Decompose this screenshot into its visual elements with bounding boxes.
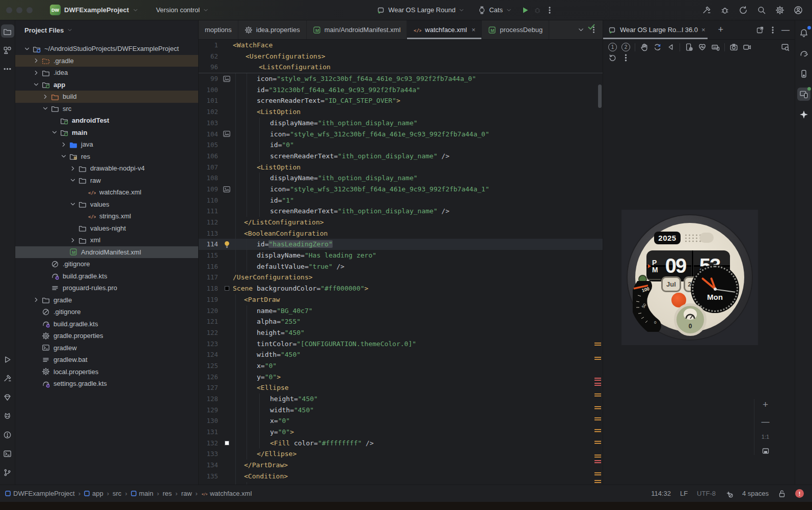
tree-item-gradle[interactable]: gradle [15, 294, 198, 306]
code-line-102[interactable]: 102<ListOption [199, 106, 603, 118]
tree-item--gitignore[interactable]: .gitignore [15, 258, 198, 270]
tree-item-values-night[interactable]: values-night [15, 222, 198, 235]
close-device-tab-icon[interactable]: × [701, 26, 706, 34]
tree-item-build-gradle-kts[interactable]: build.gradle.kts [15, 270, 198, 282]
tree-item-androidmanifest-xml[interactable]: MAndroidManifest.xml [15, 246, 198, 259]
chevron-down-icon[interactable] [59, 153, 68, 160]
breadcrumb-res[interactable]: res [163, 490, 172, 497]
chevron-down-icon[interactable] [22, 45, 32, 52]
code-line-1[interactable]: 1<WatchFace [199, 40, 603, 51]
fit-screen-button[interactable] [762, 447, 770, 455]
add-device-button[interactable]: + [718, 24, 724, 35]
stripe-mark[interactable] [594, 417, 601, 418]
project-view-selector[interactable]: Project Files [15, 20, 198, 40]
inspections-ok-icon[interactable] [587, 23, 596, 31]
editor-tab-processdebug[interactable]: MprocessDebug [482, 20, 549, 39]
code-line-122[interactable]: 122height="450" [199, 327, 603, 338]
chevron-right-icon[interactable] [41, 93, 50, 100]
tool-run-play-icon[interactable] [1, 353, 14, 366]
vcs-widget[interactable]: Version control [156, 6, 209, 14]
tool-resource-shapes-icon[interactable] [1, 43, 14, 56]
tree-item-local-properties[interactable]: local.properties [15, 366, 198, 378]
editor-tab-idea-properties[interactable]: idea.properties [238, 20, 307, 39]
stripe-mark[interactable] [594, 441, 601, 442]
stripe-mark[interactable] [594, 378, 601, 379]
ai-assistant-off-icon[interactable] [725, 490, 733, 498]
device-display-area[interactable]: 2025 PM 09 53 Jul [603, 68, 795, 485]
screenshot-search-button[interactable] [781, 43, 790, 51]
chevron-right-icon[interactable] [59, 141, 68, 148]
tree-item-xml[interactable]: xml [15, 234, 198, 246]
stripe-mark[interactable] [594, 406, 601, 407]
zoom-out-button[interactable]: — [762, 417, 770, 427]
tool-project-folder-tool-icon[interactable] [1, 24, 14, 38]
tree-item-strings-xml[interactable]: </>strings.xml [15, 210, 198, 222]
tree-item-raw[interactable]: raw [15, 175, 198, 187]
hide-panel-button[interactable]: — [781, 25, 790, 35]
code-line-62[interactable]: 62<UserConfigurations> [199, 51, 603, 62]
code-line-120[interactable]: 120name="BG_40c7" [199, 305, 603, 317]
tree-item-gradlew[interactable]: gradlew [15, 342, 198, 354]
two-button[interactable]: 2 [621, 43, 630, 51]
window-controls[interactable] [6, 7, 33, 13]
code-line-100[interactable]: 100id="312c30bf_f64a_461e_9c93_992f2fb7a… [199, 84, 603, 96]
tree-item--androidstudioprojects-dwfexampleproject[interactable]: ~/AndroidStudioProjects/DWFExampleProjec… [15, 43, 198, 55]
lock-open-icon[interactable] [778, 490, 786, 498]
code-line-104[interactable]: 104icon="style_wfs_312c30bf_f64a_461e_9c… [199, 129, 603, 140]
breadcrumb-raw[interactable]: raw [181, 490, 192, 497]
breadcrumb-watchface-xml[interactable]: </>watchface.xml [201, 490, 252, 497]
stripe-mark[interactable] [594, 429, 601, 430]
stripe-mark[interactable] [594, 357, 601, 358]
phone-gear-button[interactable] [685, 43, 693, 51]
tool-problems-icon[interactable] [1, 428, 14, 441]
tree-item-res[interactable]: res [15, 151, 198, 163]
device-tab[interactable]: Wear OS Large Ro...l 36.0 × [608, 20, 708, 39]
tool-build-hammer-icon[interactable] [1, 372, 14, 385]
tool-app-quality-gem-icon[interactable] [1, 390, 14, 404]
tree-item-gradlew-bat[interactable]: gradlew.bat [15, 354, 198, 366]
close-tab-icon[interactable]: × [472, 26, 476, 34]
code-line-107[interactable]: 107<ListOption [199, 162, 603, 173]
code-line-117[interactable]: 117/UserConfigurations> [199, 272, 603, 283]
editor-scrollbar[interactable] [598, 84, 602, 108]
tree-item--idea[interactable]: .idea [15, 67, 198, 79]
editor-tab-main-androidmanifest-xml[interactable]: Mmain/AndroidManifest.xml [307, 20, 408, 39]
editor-tab-moptions[interactable]: moptions [199, 20, 238, 39]
tree-item-build-gradle-kts[interactable]: build.gradle.kts [15, 318, 198, 330]
indent-setting[interactable]: 4 spaces [742, 490, 769, 497]
more-actions-button[interactable] [546, 6, 554, 14]
camera-button[interactable] [729, 43, 738, 51]
caret-position[interactable]: 114:32 [651, 490, 671, 497]
breadcrumb-dwfexampleproject[interactable]: DWFExampleProject [5, 490, 75, 497]
code-line-101[interactable]: 101screenReaderText="ID_CAT_STEP_OVER"> [199, 95, 603, 106]
zoom-window-button[interactable] [26, 7, 33, 13]
one-button[interactable]: 1 [608, 43, 617, 51]
code-line-129[interactable]: 129width="450" [199, 405, 603, 416]
account-button[interactable] [792, 4, 805, 17]
code-line-127[interactable]: 127<Ellipse [199, 382, 603, 393]
kebab-button[interactable] [621, 53, 630, 62]
stripe-mark[interactable] [594, 383, 601, 384]
tree-item-androidtest[interactable]: androidTest [15, 115, 198, 127]
tool-device-manager-icon[interactable] [797, 67, 810, 80]
tree-item--gradle[interactable]: .gradle [15, 55, 198, 67]
chevron-down-icon[interactable] [50, 129, 59, 136]
tab-list-chevron-icon[interactable] [577, 26, 585, 34]
stripe-mark[interactable] [594, 343, 601, 344]
health-button[interactable] [698, 43, 707, 51]
tree-item-gradle-properties[interactable]: gradle.properties [15, 330, 198, 342]
zoom-ratio-button[interactable]: 1:1 [762, 434, 769, 440]
chevron-down-icon[interactable] [32, 81, 41, 88]
code-line-134[interactable]: 134</PartDraw> [199, 460, 603, 471]
tool-logcat-cat-icon[interactable] [1, 409, 14, 422]
code-line-105[interactable]: 105id="0" [199, 139, 603, 151]
code-line-130[interactable]: 130x="0" [199, 415, 603, 427]
breadcrumb-app[interactable]: app [84, 490, 103, 497]
code-line-112[interactable]: 112</ListConfiguration> [199, 217, 603, 228]
code-line-110[interactable]: 110id="1" [199, 195, 603, 206]
minimize-window-button[interactable] [16, 7, 22, 13]
code-line-99[interactable]: 99icon="style_wfs_312c30bf_f64a_461e_9c9… [199, 73, 603, 84]
search-button[interactable] [755, 4, 768, 17]
keyboard-mouse-button[interactable] [711, 43, 720, 51]
code-line-119[interactable]: 119<PartDraw [199, 294, 603, 305]
